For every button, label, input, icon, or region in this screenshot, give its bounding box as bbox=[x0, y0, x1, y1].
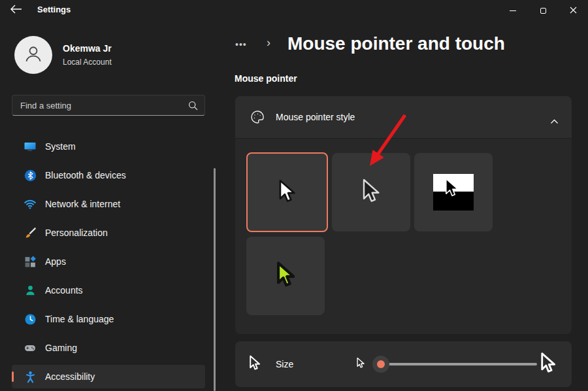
app-title: Settings bbox=[37, 0, 71, 21]
slider-thumb-dot bbox=[377, 360, 385, 368]
sidebar-item-label: Accounts bbox=[45, 285, 83, 296]
palette-icon bbox=[250, 109, 265, 125]
apps-icon bbox=[24, 255, 37, 268]
breadcrumb-chevron-icon: › bbox=[267, 36, 270, 50]
minimize-button[interactable] bbox=[498, 0, 528, 21]
slider-track[interactable] bbox=[379, 363, 537, 366]
sidebar-item-label: Bluetooth & devices bbox=[45, 170, 126, 180]
small-cursor-icon bbox=[357, 358, 365, 371]
sidebar-item-label: Network & internet bbox=[45, 199, 120, 209]
pointer-style-options bbox=[235, 139, 572, 334]
sidebar-item-accessibility[interactable]: Accessibility bbox=[12, 365, 205, 388]
search-box[interactable] bbox=[12, 95, 205, 116]
pointer-size-slider[interactable] bbox=[372, 341, 537, 387]
pointer-style-option-black[interactable] bbox=[332, 153, 410, 231]
user-account-type: Local Account bbox=[63, 58, 112, 67]
sidebar-item-label: Personalization bbox=[45, 228, 108, 238]
breadcrumb-ellipsis-button[interactable]: ••• bbox=[235, 37, 259, 54]
sidebar-item-label: Accessibility bbox=[45, 371, 95, 382]
search-icon[interactable] bbox=[188, 101, 198, 113]
accounts-icon bbox=[24, 284, 37, 297]
time-language-icon bbox=[24, 313, 37, 326]
back-arrow-icon bbox=[10, 5, 22, 16]
sidebar-item-label: Apps bbox=[45, 256, 66, 267]
maximize-button[interactable] bbox=[528, 0, 558, 21]
back-button[interactable] bbox=[7, 2, 26, 19]
sidebar-item-gaming[interactable]: Gaming bbox=[12, 336, 205, 360]
avatar[interactable] bbox=[14, 36, 52, 74]
pointer-style-option-custom[interactable] bbox=[246, 237, 325, 315]
section-label: Mouse pointer bbox=[235, 73, 297, 84]
size-pointer-icon bbox=[250, 355, 260, 373]
slider-thumb[interactable] bbox=[372, 356, 389, 373]
sidebar-item-network-internet[interactable]: Network & internet bbox=[12, 192, 205, 216]
sidebar-item-time-language[interactable]: Time & language bbox=[12, 307, 205, 331]
sidebar-item-label: System bbox=[45, 141, 76, 152]
pointer-style-option-inverted[interactable] bbox=[414, 153, 493, 231]
minimize-icon bbox=[510, 10, 516, 11]
sidebar-item-bluetooth-devices[interactable]: Bluetooth & devices bbox=[12, 163, 205, 187]
white-cursor-icon bbox=[279, 179, 295, 206]
large-cursor-icon bbox=[541, 352, 555, 376]
close-icon bbox=[570, 5, 577, 16]
person-icon bbox=[22, 42, 45, 68]
sidebar-nav: SystemBluetooth & devicesNetwork & inter… bbox=[12, 135, 205, 391]
sidebar-item-accounts[interactable]: Accounts bbox=[12, 279, 205, 302]
custom-green-cursor-icon bbox=[277, 262, 295, 290]
mouse-pointer-style-expander[interactable]: Mouse pointer style bbox=[235, 96, 572, 139]
page-title: Mouse pointer and touch bbox=[287, 33, 505, 54]
accessibility-icon bbox=[24, 370, 37, 383]
personalization-icon bbox=[24, 226, 37, 239]
chevron-up-icon bbox=[550, 115, 559, 127]
size-label: Size bbox=[276, 359, 293, 369]
sidebar-item-system[interactable]: System bbox=[12, 135, 205, 158]
sidebar-item-label: Time & language bbox=[45, 314, 114, 324]
black-cursor-icon bbox=[363, 178, 380, 206]
sidebar-scrollbar[interactable] bbox=[214, 168, 216, 391]
network-icon bbox=[24, 197, 37, 211]
window-controls bbox=[498, 0, 588, 21]
user-name: Okemwa Jr bbox=[63, 43, 112, 54]
system-icon bbox=[24, 140, 37, 153]
gaming-icon bbox=[24, 341, 37, 354]
sidebar-item-label: Gaming bbox=[45, 343, 77, 353]
bluetooth-icon bbox=[24, 169, 37, 182]
inverted-cursor-icon bbox=[433, 174, 474, 211]
sidebar-item-personalization[interactable]: Personalization bbox=[12, 221, 205, 245]
maximize-icon bbox=[540, 8, 546, 14]
search-input[interactable] bbox=[12, 95, 204, 115]
mouse-pointer-style-card: Mouse pointer style bbox=[235, 96, 572, 334]
sidebar-item-apps[interactable]: Apps bbox=[12, 250, 205, 273]
card-title: Mouse pointer style bbox=[276, 112, 355, 122]
close-button[interactable] bbox=[558, 0, 588, 21]
pointer-size-card: Size bbox=[235, 341, 572, 387]
pointer-style-option-white[interactable] bbox=[246, 152, 328, 232]
selection-indicator bbox=[12, 371, 14, 382]
